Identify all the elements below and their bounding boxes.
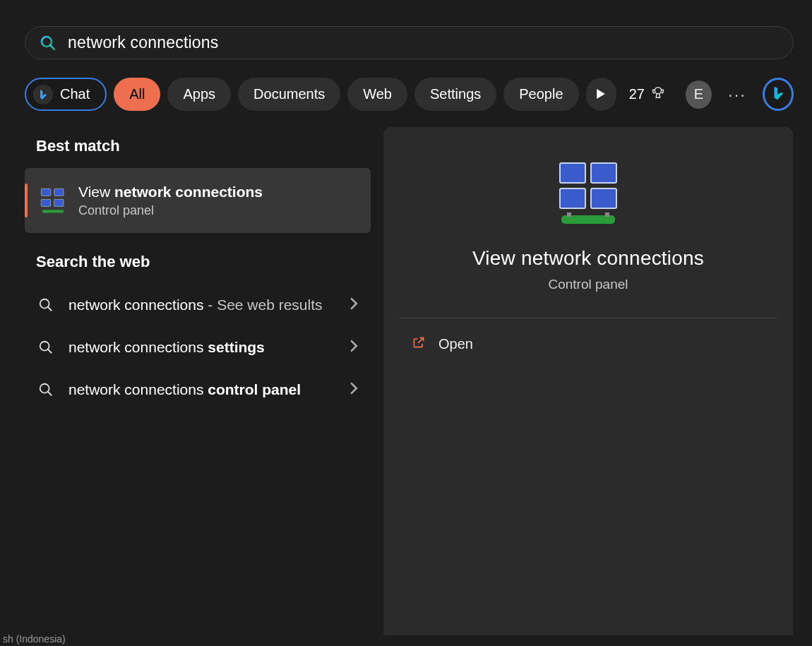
web-result[interactable]: network connections control panel: [25, 369, 371, 411]
svg-rect-7: [42, 210, 64, 213]
filter-row: Chat All Apps Documents Web Settings Peo…: [25, 78, 794, 111]
detail-pane: View network connections Control panel O…: [383, 127, 793, 635]
svg-rect-14: [560, 163, 585, 183]
avatar-initial: E: [694, 86, 703, 102]
search-web-heading: Search the web: [25, 233, 381, 284]
svg-line-11: [48, 349, 52, 354]
web-result[interactable]: network connections - See web results: [25, 284, 371, 326]
detail-title: View network connections: [383, 247, 793, 270]
open-label: Open: [438, 336, 473, 352]
web-result-text: network connections - See web results: [68, 295, 351, 315]
svg-line-9: [48, 307, 52, 311]
filter-web[interactable]: Web: [347, 78, 407, 111]
svg-rect-20: [605, 213, 609, 217]
search-icon: [35, 294, 57, 316]
trophy-icon: [650, 85, 666, 104]
svg-rect-3: [41, 189, 50, 196]
search-input[interactable]: [68, 33, 793, 52]
best-match-subtitle: Control panel: [78, 203, 263, 218]
search-bar[interactable]: [25, 26, 794, 59]
svg-rect-4: [54, 189, 64, 196]
filter-label: Documents: [253, 86, 325, 102]
svg-point-10: [40, 342, 49, 351]
overflow-menu[interactable]: ···: [724, 80, 751, 109]
filter-settings[interactable]: Settings: [414, 78, 496, 111]
title-bold: network connections: [114, 184, 263, 200]
svg-rect-6: [54, 199, 64, 206]
web-result-text: network connections control panel: [68, 380, 329, 400]
svg-point-2: [655, 88, 661, 94]
text-plain: network connections: [68, 339, 208, 355]
results-column: Best match View network connections Cont…: [25, 127, 381, 411]
text-bold: settings: [208, 339, 265, 355]
chevron-right-icon: [350, 297, 358, 313]
svg-rect-16: [560, 189, 585, 208]
text-bold: control panel: [208, 381, 301, 397]
chat-tab[interactable]: Chat: [25, 78, 107, 111]
text-sep: -: [203, 297, 217, 313]
network-connections-icon: [37, 185, 68, 216]
ellipsis-icon: ···: [728, 85, 746, 104]
best-match-title: View network connections: [78, 184, 263, 201]
rewards-count: 27: [629, 86, 645, 102]
filter-label: All: [129, 86, 145, 102]
open-external-icon: [412, 335, 426, 353]
filter-label: Web: [363, 86, 392, 102]
network-connections-icon: [549, 155, 627, 233]
chevron-right-icon: [350, 340, 358, 355]
best-match-result[interactable]: View network connections Control panel: [25, 168, 371, 233]
selection-accent: [25, 184, 28, 217]
filter-apps[interactable]: Apps: [167, 78, 231, 111]
title-prefix: View: [78, 184, 114, 200]
bing-icon: [33, 85, 53, 104]
open-action[interactable]: Open: [383, 318, 793, 370]
svg-point-12: [40, 384, 49, 393]
filter-label: Settings: [430, 86, 481, 102]
svg-rect-5: [41, 199, 50, 206]
filter-label: Apps: [183, 86, 215, 102]
web-result-text: network connections settings: [68, 337, 293, 357]
svg-rect-17: [591, 189, 616, 208]
search-icon: [35, 378, 57, 401]
user-avatar[interactable]: E: [686, 80, 712, 109]
svg-line-13: [48, 392, 52, 396]
filter-label: People: [519, 86, 563, 102]
chat-label: Chat: [60, 86, 90, 102]
filter-documents[interactable]: Documents: [238, 78, 340, 111]
taskbar-lang-indicator: sh (Indonesia): [0, 632, 68, 646]
filter-people[interactable]: People: [503, 78, 578, 111]
detail-subtitle: Control panel: [383, 277, 793, 292]
svg-line-1: [50, 45, 54, 49]
svg-rect-15: [591, 163, 616, 183]
svg-point-8: [40, 299, 49, 309]
svg-rect-19: [567, 213, 571, 217]
rewards-counter[interactable]: 27: [623, 78, 671, 111]
bing-chat-button[interactable]: [763, 78, 794, 111]
web-result[interactable]: network connections settings: [25, 326, 371, 369]
best-match-heading: Best match: [25, 127, 381, 168]
text-plain: network connections: [68, 381, 208, 397]
filter-more[interactable]: [586, 78, 616, 111]
bing-icon: [770, 85, 786, 104]
text-dim: See web results: [217, 297, 322, 313]
play-icon: [596, 86, 606, 102]
filter-all[interactable]: All: [114, 78, 160, 111]
text-plain: network connections: [68, 297, 203, 313]
search-icon: [40, 35, 56, 52]
search-icon: [35, 336, 57, 359]
chevron-right-icon: [350, 382, 358, 397]
